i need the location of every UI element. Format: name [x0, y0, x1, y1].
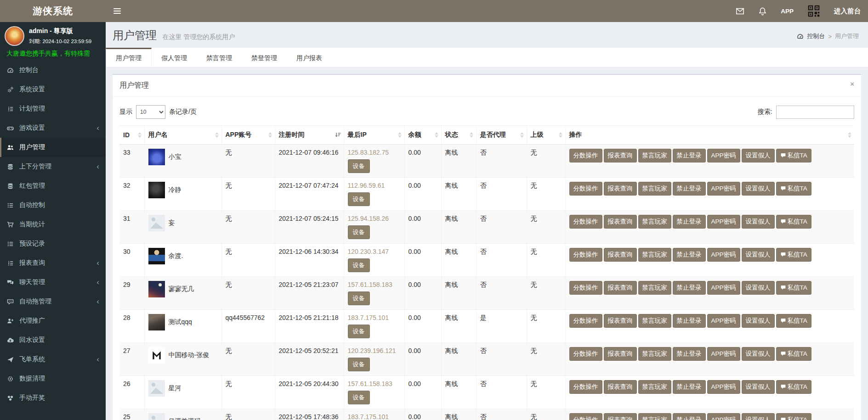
column-header-status[interactable]: 状态: [441, 126, 476, 145]
app-password-button[interactable]: APP密码: [707, 380, 740, 394]
column-header-parent[interactable]: 上级: [527, 126, 565, 145]
sidebar-item-flying-order-system[interactable]: 飞单系统‹: [0, 350, 106, 369]
report-query-button[interactable]: 报表查询: [604, 248, 637, 262]
ban-login-button[interactable]: 禁止登录: [673, 149, 706, 162]
device-button[interactable]: 设备: [348, 325, 370, 338]
sidebar-item-chat-management[interactable]: 聊天管理‹: [0, 273, 106, 292]
sidebar-item-system-settings[interactable]: 系统设置: [0, 80, 106, 99]
report-query-button[interactable]: 报表查询: [604, 149, 637, 162]
private-message-button[interactable]: 私信TA: [776, 314, 811, 328]
app-password-button[interactable]: APP密码: [707, 281, 740, 295]
sidebar-item-manual-draw[interactable]: 手动开奖: [0, 388, 106, 408]
device-button[interactable]: 设备: [348, 159, 370, 173]
set-dummy-button[interactable]: 设置假人: [742, 149, 775, 162]
set-dummy-button[interactable]: 设置假人: [742, 380, 775, 394]
mute-player-button[interactable]: 禁言玩家: [638, 347, 671, 361]
device-button[interactable]: 设备: [348, 192, 370, 206]
tab-user-report[interactable]: 用户报表: [287, 48, 332, 67]
ban-login-button[interactable]: 禁止登录: [673, 380, 706, 394]
private-message-button[interactable]: 私信TA: [776, 182, 811, 196]
score-operation-button[interactable]: 分数操作: [569, 380, 602, 394]
page-size-select[interactable]: 10: [136, 105, 165, 119]
column-header-app-account[interactable]: APP账号: [221, 126, 275, 145]
mute-player-button[interactable]: 禁言玩家: [638, 149, 671, 162]
breadcrumb-home[interactable]: 控制台: [807, 32, 825, 40]
panel-close-icon[interactable]: ×: [850, 80, 854, 88]
sidebar-item-auto-control[interactable]: 自动控制: [0, 196, 106, 215]
report-query-button[interactable]: 报表查询: [604, 281, 637, 295]
report-query-button[interactable]: 报表查询: [604, 215, 637, 229]
sidebar-item-report-query[interactable]: 报表查询‹: [0, 253, 106, 273]
score-operation-button[interactable]: 分数操作: [569, 182, 602, 196]
sidebar-item-rebate-settings[interactable]: 回水设置: [0, 330, 106, 350]
ban-login-button[interactable]: 禁止登录: [673, 215, 706, 229]
mute-player-button[interactable]: 禁言玩家: [638, 380, 671, 394]
report-query-button[interactable]: 报表查询: [604, 413, 637, 420]
column-header-last-ip[interactable]: 最后IP: [344, 126, 404, 145]
set-dummy-button[interactable]: 设置假人: [742, 281, 775, 295]
tab-dummy-management[interactable]: 假人管理: [152, 48, 197, 67]
ban-login-button[interactable]: 禁止登录: [673, 314, 706, 328]
sidebar-toggle-button[interactable]: [106, 0, 129, 22]
ban-login-button[interactable]: 禁止登录: [673, 182, 706, 196]
private-message-button[interactable]: 私信TA: [776, 248, 811, 262]
set-dummy-button[interactable]: 设置假人: [742, 215, 775, 229]
mute-player-button[interactable]: 禁言玩家: [638, 413, 671, 420]
device-button[interactable]: 设备: [348, 391, 370, 404]
mute-player-button[interactable]: 禁言玩家: [638, 182, 671, 196]
app-password-button[interactable]: APP密码: [707, 314, 740, 328]
sidebar-item-current-stats[interactable]: 当期统计: [0, 215, 106, 234]
set-dummy-button[interactable]: 设置假人: [742, 182, 775, 196]
sidebar-item-data-cleanup[interactable]: 数据清理: [0, 369, 106, 388]
device-button[interactable]: 设备: [348, 358, 370, 371]
score-operation-button[interactable]: 分数操作: [569, 413, 602, 420]
column-header-username[interactable]: 用户名: [144, 126, 221, 145]
column-header-register-time[interactable]: 注册时间: [275, 126, 344, 145]
mute-player-button[interactable]: 禁言玩家: [638, 281, 671, 295]
column-header-actions[interactable]: 操作: [565, 126, 854, 145]
app-password-button[interactable]: APP密码: [707, 413, 740, 420]
column-header-balance[interactable]: 余额: [404, 126, 441, 145]
report-query-button[interactable]: 报表查询: [604, 380, 637, 394]
device-button[interactable]: 设备: [348, 225, 370, 239]
sidebar-item-user-management[interactable]: 用户管理: [0, 138, 106, 157]
app-password-button[interactable]: APP密码: [707, 347, 740, 361]
score-operation-button[interactable]: 分数操作: [569, 215, 602, 229]
private-message-button[interactable]: 私信TA: [776, 281, 811, 295]
messages-icon[interactable]: [736, 7, 744, 16]
device-button[interactable]: 设备: [348, 258, 370, 272]
app-link[interactable]: APP: [781, 8, 794, 15]
report-query-button[interactable]: 报表查询: [604, 182, 637, 196]
private-message-button[interactable]: 私信TA: [776, 347, 811, 361]
sidebar-item-plan-management[interactable]: 计划管理: [0, 99, 106, 118]
ban-login-button[interactable]: 禁止登录: [673, 413, 706, 420]
sidebar-item-game-settings[interactable]: 游戏设置‹: [0, 118, 106, 138]
sidebar-item-updown-management[interactable]: 上下分管理‹: [0, 157, 106, 176]
app-password-button[interactable]: APP密码: [707, 182, 740, 196]
column-header-id[interactable]: ID: [119, 126, 144, 145]
sidebar-item-console[interactable]: 控制台: [0, 61, 106, 80]
mute-player-button[interactable]: 禁言玩家: [638, 215, 671, 229]
private-message-button[interactable]: 私信TA: [776, 215, 811, 229]
qr-code-icon[interactable]: [807, 5, 820, 17]
sidebar-item-redpacket-management[interactable]: 红包管理: [0, 176, 106, 196]
app-password-button[interactable]: APP密码: [707, 248, 740, 262]
report-query-button[interactable]: 报表查询: [604, 314, 637, 328]
mute-player-button[interactable]: 禁言玩家: [638, 314, 671, 328]
brand-logo[interactable]: 游侠系统: [0, 5, 106, 17]
tab-mute-management[interactable]: 禁言管理: [197, 48, 242, 67]
ban-login-button[interactable]: 禁止登录: [673, 248, 706, 262]
private-message-button[interactable]: 私信TA: [776, 413, 811, 420]
private-message-button[interactable]: 私信TA: [776, 380, 811, 394]
tab-ban-management[interactable]: 禁登管理: [242, 48, 287, 67]
score-operation-button[interactable]: 分数操作: [569, 314, 602, 328]
set-dummy-button[interactable]: 设置假人: [742, 248, 775, 262]
sidebar-item-preset-records[interactable]: 预设记录: [0, 234, 106, 253]
sidebar-item-auto-drag-management[interactable]: 自动拖管理‹: [0, 292, 106, 311]
app-password-button[interactable]: APP密码: [707, 215, 740, 229]
tab-user-management[interactable]: 用户管理: [106, 48, 152, 67]
set-dummy-button[interactable]: 设置假人: [742, 347, 775, 361]
sidebar-item-agent-promotion[interactable]: 代理推广: [0, 311, 106, 330]
ban-login-button[interactable]: 禁止登录: [673, 347, 706, 361]
score-operation-button[interactable]: 分数操作: [569, 347, 602, 361]
